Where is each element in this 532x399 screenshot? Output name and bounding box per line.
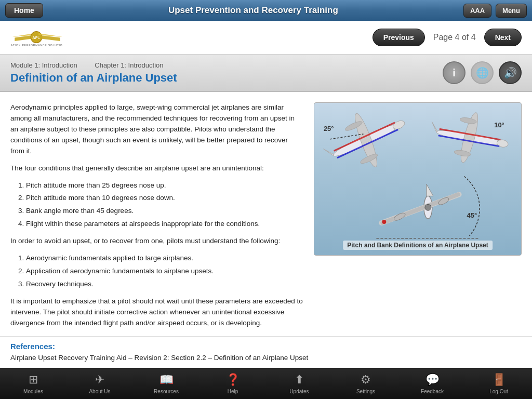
tab-about-us[interactable]: ✈About Us bbox=[66, 373, 133, 394]
paragraph-1: Aerodynamic principles applied to large,… bbox=[10, 102, 303, 157]
paragraph-4: It is important to emphasize that a pilo… bbox=[10, 296, 303, 329]
module-label: Module 1: Introduction bbox=[10, 61, 77, 69]
info-icon: i bbox=[453, 67, 456, 79]
list-item: Aerodynamic fundamentals applied to larg… bbox=[26, 253, 303, 264]
references-text: Airplane Upset Recovery Training Aid – R… bbox=[10, 354, 522, 362]
airplane-nose-down bbox=[425, 105, 512, 170]
font-size-button[interactable]: AAA bbox=[463, 4, 491, 18]
list-item: Flight within these parameters at airspe… bbox=[26, 219, 303, 230]
airplane-diagram: 25° 10° bbox=[314, 102, 522, 256]
list-item: Recovery techniques. bbox=[26, 279, 303, 290]
page-navigation: Previous Page 4 of 4 Next bbox=[373, 29, 522, 46]
text-content: Aerodynamic principles applied to large,… bbox=[10, 102, 303, 328]
logo-svg: APS AVIATION PERFORMANCE SOLUTIONS bbox=[10, 24, 62, 50]
chapter-header: Module 1: Introduction Chapter 1: Introd… bbox=[0, 55, 532, 92]
airplane-nose-up bbox=[315, 103, 417, 184]
tab-resources[interactable]: 📖Resources bbox=[133, 373, 200, 394]
svg-point-31 bbox=[425, 204, 431, 210]
main-content: Aerodynamic principles applied to large,… bbox=[0, 92, 532, 334]
tab-modules[interactable]: ⊞Modules bbox=[0, 373, 66, 394]
references-section: References: Airplane Upset Recovery Trai… bbox=[0, 336, 532, 367]
chapter-controls: i 🌐 🔊 bbox=[443, 61, 522, 84]
previous-button[interactable]: Previous bbox=[373, 29, 425, 46]
svg-marker-29 bbox=[427, 184, 433, 196]
svg-marker-9 bbox=[323, 145, 334, 158]
understanding-list: Aerodynamic fundamentals applied to larg… bbox=[26, 253, 303, 290]
svg-text:AVIATION PERFORMANCE SOLUTIONS: AVIATION PERFORMANCE SOLUTIONS bbox=[10, 44, 62, 47]
log-out-label: Log Out bbox=[489, 389, 508, 394]
module-chapter-label: Module 1: Introduction Chapter 1: Introd… bbox=[10, 61, 443, 69]
tab-help[interactable]: ❓Help bbox=[200, 373, 266, 394]
modules-label: Modules bbox=[23, 389, 43, 394]
settings-icon: ⚙ bbox=[361, 373, 371, 387]
sound-button[interactable]: 🔊 bbox=[499, 61, 522, 84]
list-item: Application of aerodynamic fundamentals … bbox=[26, 266, 303, 277]
app-title: Upset Prevention and Recovery Training bbox=[43, 5, 463, 16]
feedback-label: Feedback bbox=[421, 389, 444, 394]
airplane-banked: 45° bbox=[376, 177, 480, 238]
logo: APS AVIATION PERFORMANCE SOLUTIONS bbox=[10, 24, 62, 50]
angle-25-label: 25° bbox=[324, 125, 334, 132]
svg-point-27 bbox=[393, 211, 406, 222]
page-info: Page 4 of 4 bbox=[433, 33, 476, 42]
tab-updates[interactable]: ⬆Updates bbox=[266, 373, 332, 394]
diagram-caption: Pitch and Bank Definitions of an Airplan… bbox=[343, 241, 493, 250]
references-title: References: bbox=[10, 342, 522, 351]
svg-marker-18 bbox=[430, 122, 439, 132]
resources-label: Resources bbox=[154, 389, 179, 394]
info-button[interactable]: i bbox=[443, 61, 466, 84]
home-button[interactable]: Home bbox=[5, 3, 43, 18]
angle-45-label: 45° bbox=[467, 211, 477, 219]
paragraph-3: In order to avoid an upset, or to recove… bbox=[10, 236, 303, 247]
chapter-label: Chapter 1: Introduction bbox=[95, 61, 163, 69]
about-us-label: About Us bbox=[89, 389, 110, 394]
list-item: Pitch attitude more than 25 degrees nose… bbox=[26, 180, 303, 191]
top-bar: Home Upset Prevention and Recovery Train… bbox=[0, 0, 532, 21]
resources-icon: 📖 bbox=[159, 373, 174, 387]
diagram-svg: 25° 10° bbox=[314, 103, 521, 255]
settings-label: Settings bbox=[356, 389, 375, 394]
globe-button[interactable]: 🌐 bbox=[471, 61, 494, 84]
log-out-icon: 🚪 bbox=[492, 373, 506, 387]
tab-settings[interactable]: ⚙Settings bbox=[332, 373, 399, 394]
list-item: Pitch attitude more than 10 degrees nose… bbox=[26, 193, 303, 204]
svg-point-30 bbox=[382, 220, 386, 224]
conditions-list: Pitch attitude more than 25 degrees nose… bbox=[26, 180, 303, 230]
paragraph-2: The four conditions that generally descr… bbox=[10, 163, 303, 174]
sound-icon: 🔊 bbox=[504, 66, 517, 79]
updates-icon: ⬆ bbox=[295, 373, 304, 387]
bottom-tab-bar: ⊞Modules✈About Us📖Resources❓Help⬆Updates… bbox=[0, 368, 532, 399]
help-icon: ❓ bbox=[226, 373, 240, 387]
breadcrumb: Module 1: Introduction Chapter 1: Introd… bbox=[10, 61, 443, 85]
svg-line-15 bbox=[330, 134, 364, 139]
modules-icon: ⊞ bbox=[29, 373, 38, 387]
svg-marker-4 bbox=[38, 35, 60, 41]
feedback-icon: 💬 bbox=[425, 373, 440, 387]
tab-feedback[interactable]: 💬Feedback bbox=[399, 373, 466, 394]
angle-10-label: 10° bbox=[494, 121, 504, 129]
nav-bar: APS AVIATION PERFORMANCE SOLUTIONS Previ… bbox=[0, 21, 532, 55]
page-title: Definition of an Airplane Upset bbox=[10, 71, 443, 85]
list-item: Bank angle more than 45 degrees. bbox=[26, 206, 303, 217]
menu-button[interactable]: Menu bbox=[496, 4, 527, 18]
help-label: Help bbox=[228, 389, 238, 394]
globe-icon: 🌐 bbox=[476, 66, 489, 79]
image-panel: 25° 10° bbox=[314, 102, 522, 328]
updates-label: Updates bbox=[289, 389, 309, 394]
top-right-buttons: AAA Menu bbox=[463, 4, 527, 18]
tab-log-out[interactable]: 🚪Log Out bbox=[466, 373, 532, 394]
next-button[interactable]: Next bbox=[484, 29, 522, 46]
about-us-icon: ✈ bbox=[95, 373, 104, 387]
